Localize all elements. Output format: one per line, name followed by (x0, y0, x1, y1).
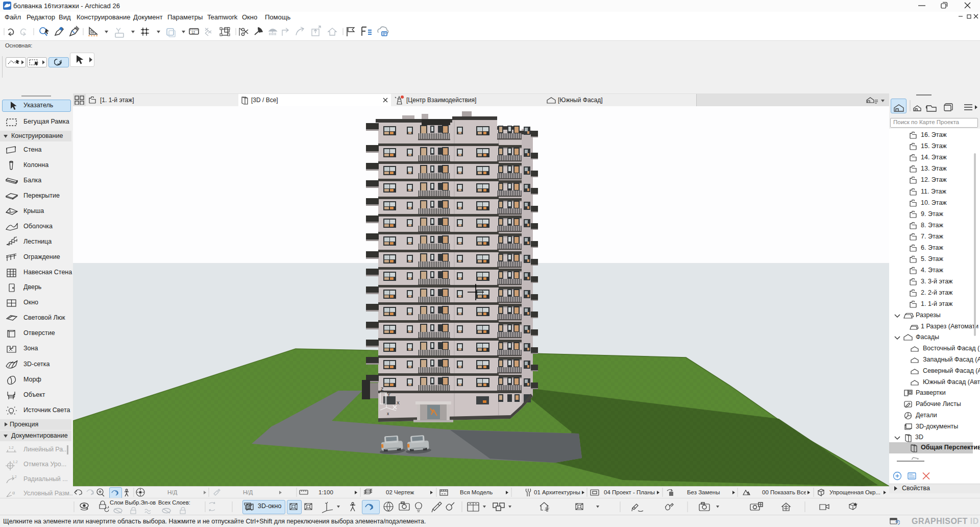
svg-text:1.2: 1.2 (13, 460, 18, 464)
svg-text:12: 12 (191, 31, 195, 34)
svg-text:α: α (12, 490, 15, 495)
svg-text:X: X (397, 400, 400, 405)
svg-text:1.2: 1.2 (9, 446, 14, 449)
svg-text:Y: Y (387, 392, 390, 397)
svg-text:1.2: 1.2 (12, 475, 17, 478)
svg-text:Z: Z (381, 387, 383, 392)
